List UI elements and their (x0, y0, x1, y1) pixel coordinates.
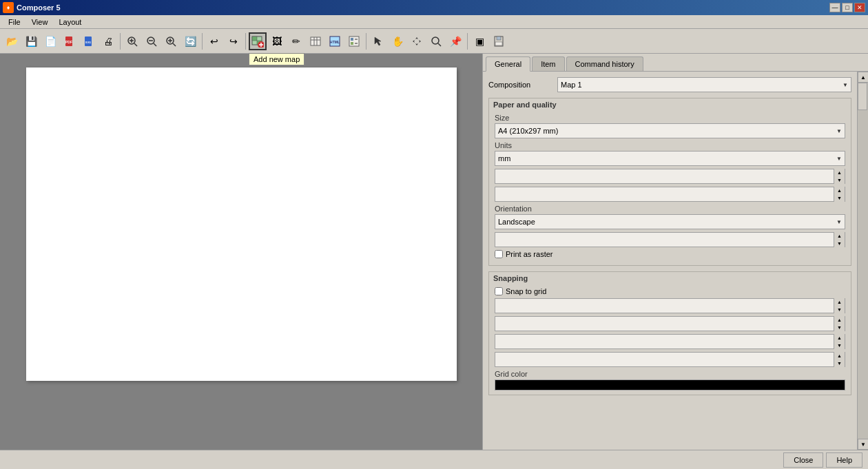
zoom-out-btn[interactable] (143, 32, 161, 50)
pdf-btn[interactable]: PDF (61, 32, 79, 50)
spacing-down-btn[interactable]: ▼ (834, 306, 845, 313)
bottom-bar: Close Help (0, 450, 868, 469)
new-btn[interactable]: 📄 (41, 32, 59, 50)
yoffset-input[interactable]: Y offset 0,00 (495, 337, 834, 346)
pointer-btn[interactable] (369, 32, 387, 50)
tab-general[interactable]: General (486, 56, 530, 72)
save-as-btn[interactable] (490, 32, 508, 50)
penwidth-input[interactable]: Pen width 0,50 (495, 355, 834, 364)
right-panel: General Item Command history Composition… (482, 54, 868, 450)
penwidth-spinbox[interactable]: Pen width 0,50 ▲ ▼ (495, 352, 845, 367)
undo-btn[interactable]: ↩ (205, 32, 223, 50)
group-btn[interactable]: ▣ (471, 32, 488, 50)
xoffset-up-btn[interactable]: ▲ (834, 316, 845, 324)
tab-item[interactable]: Item (532, 56, 564, 71)
print-raster-checkbox[interactable] (495, 250, 503, 258)
save-btn[interactable]: 💾 (22, 32, 40, 50)
height-up-btn[interactable]: ▲ (834, 187, 845, 194)
snap-grid-checkbox[interactable] (495, 287, 503, 295)
zoom-all-btn[interactable] (123, 32, 141, 50)
print-raster-label: Print as raster (506, 250, 552, 258)
scrollbar-track[interactable] (858, 83, 868, 439)
move-icon (411, 36, 422, 47)
spacing-input[interactable]: Spacing 0,00 (495, 302, 834, 310)
spacing-spinbox[interactable]: Spacing 0,00 ▲ ▼ (495, 298, 845, 313)
add-image-btn[interactable]: 🖼 (268, 32, 286, 50)
quality-up-btn[interactable]: ▲ (834, 232, 845, 240)
redo-btn[interactable]: ↪ (225, 32, 242, 50)
svg-btn[interactable]: SVG (80, 32, 98, 50)
print-btn[interactable]: 🖨 (99, 32, 117, 50)
width-input[interactable]: Width 297,00 (495, 172, 834, 180)
height-spinbox-btns: ▲ ▼ (834, 187, 845, 202)
quality-input[interactable]: Quality 300 dpi (495, 236, 834, 244)
width-up-btn[interactable]: ▲ (834, 169, 845, 176)
orientation-select[interactable]: Landscape ▼ (495, 214, 845, 229)
close-window-btn[interactable]: ✕ (854, 3, 865, 12)
quality-down-btn[interactable]: ▼ (834, 240, 845, 247)
width-spinbox-btns: ▲ ▼ (834, 169, 845, 184)
scroll-down-btn[interactable]: ▼ (858, 439, 868, 450)
snapping-title: Snapping (489, 272, 851, 284)
height-spinbox[interactable]: Height 210,00 ▲ ▼ (495, 187, 845, 202)
width-down-btn[interactable]: ▼ (834, 176, 845, 184)
menu-layout[interactable]: Layout (53, 17, 87, 28)
pan-btn[interactable]: ✋ (389, 32, 406, 50)
canvas-area[interactable] (0, 54, 482, 450)
spacing-up-btn[interactable]: ▲ (834, 298, 845, 306)
scroll-up-btn[interactable]: ▲ (858, 72, 868, 83)
draw-shape-btn[interactable]: ✏ (287, 32, 305, 50)
xoffset-spinbox[interactable]: X offset 0,00 ▲ ▼ (495, 316, 845, 331)
zoom-out-icon (146, 36, 157, 47)
orientation-value: Landscape (498, 218, 842, 226)
zoom-pos-icon (431, 36, 442, 47)
menu-view[interactable]: View (26, 17, 54, 28)
penwidth-up-btn[interactable]: ▲ (834, 352, 845, 359)
svg-line-12 (173, 43, 176, 46)
yoffset-up-btn[interactable]: ▲ (834, 334, 845, 342)
tab-command-history[interactable]: Command history (566, 56, 643, 71)
yoffset-down-btn[interactable]: ▼ (834, 342, 845, 349)
close-btn[interactable]: Close (783, 452, 823, 468)
snap-grid-label: Snap to grid (506, 287, 546, 295)
svg-point-32 (432, 37, 439, 44)
minimize-btn[interactable]: — (829, 3, 840, 12)
units-select[interactable]: mm ▼ (495, 151, 845, 166)
maximize-btn[interactable]: □ (842, 3, 853, 12)
size-select[interactable]: A4 (210x297 mm) ▼ (495, 123, 845, 138)
move-item-btn[interactable] (408, 32, 426, 50)
help-btn[interactable]: Help (826, 452, 862, 468)
height-down-btn[interactable]: ▼ (834, 194, 845, 202)
spacing-spinbox-btns: ▲ ▼ (834, 298, 845, 313)
xoffset-spinbox-btns: ▲ ▼ (834, 316, 845, 331)
open-folder-btn[interactable]: 📂 (3, 32, 21, 50)
add-html-btn[interactable]: HTML (326, 32, 344, 50)
add-map-btn[interactable] (249, 32, 267, 50)
attr-table-btn[interactable] (307, 32, 324, 50)
xoffset-down-btn[interactable]: ▼ (834, 324, 845, 331)
zoom-position-btn[interactable] (427, 32, 445, 50)
svg-rect-30 (351, 42, 353, 45)
units-label: Units (495, 141, 845, 149)
composition-select[interactable]: Map 1 ▼ (557, 77, 851, 92)
app-icon: ♦ (3, 2, 14, 13)
grid-color-preview[interactable] (495, 379, 845, 390)
zoom-in-btn[interactable] (162, 32, 180, 50)
menu-file[interactable]: File (3, 17, 26, 28)
xoffset-input[interactable]: X offset 0,00 (495, 320, 834, 328)
refresh-btn[interactable]: 🔄 (181, 32, 199, 50)
quality-spinbox[interactable]: Quality 300 dpi ▲ ▼ (495, 232, 845, 247)
sep2 (202, 33, 203, 50)
penwidth-spinbox-btns: ▲ ▼ (834, 352, 845, 367)
penwidth-down-btn[interactable]: ▼ (834, 359, 845, 367)
pin-btn[interactable]: 📌 (446, 32, 464, 50)
units-value: mm (498, 154, 842, 163)
add-legend-btn[interactable] (345, 32, 363, 50)
width-spinbox[interactable]: Width 297,00 ▲ ▼ (495, 169, 845, 184)
zoom-in-icon (165, 36, 176, 47)
yoffset-spinbox[interactable]: Y offset 0,00 ▲ ▼ (495, 334, 845, 349)
svg-line-5 (134, 43, 137, 46)
composition-row: Composition Map 1 ▼ (488, 77, 851, 92)
scrollbar-thumb[interactable] (858, 83, 867, 110)
height-input[interactable]: Height 210,00 (495, 190, 834, 198)
